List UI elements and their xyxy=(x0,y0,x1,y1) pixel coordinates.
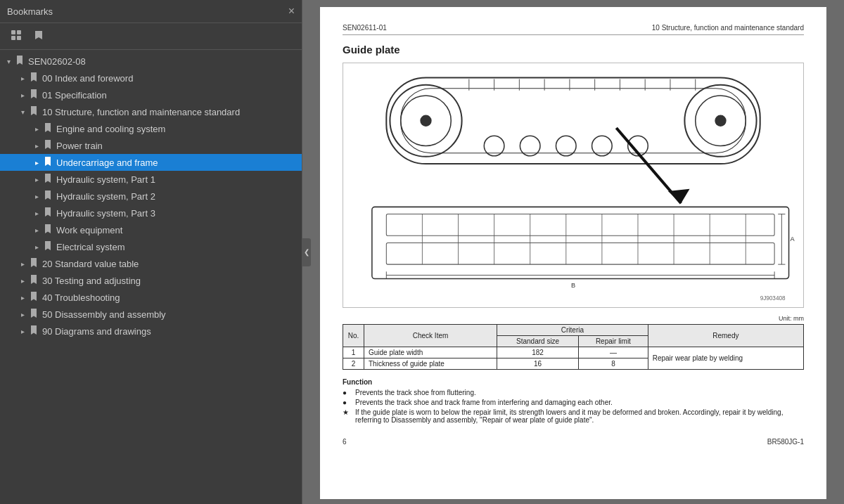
tree-item-label-power: Power train xyxy=(56,141,299,151)
expand-arrow-testing: ▸ xyxy=(17,277,28,285)
expand-arrow-root: ▾ xyxy=(3,58,14,65)
tree-item-label-index: 00 Index and foreword xyxy=(42,73,299,84)
expand-arrow-disassembly: ▸ xyxy=(17,311,28,318)
svg-marker-28 xyxy=(668,189,690,203)
svg-rect-31 xyxy=(386,243,774,264)
tree-item-electrical[interactable]: ▸Electrical system xyxy=(0,238,302,255)
grid-view-button[interactable] xyxy=(7,27,25,45)
bookmark-icon-disassembly xyxy=(28,309,39,320)
tree-item-disassembly[interactable]: ▸50 Disassembly and assembly xyxy=(0,306,302,323)
cell-item-1: Thickness of guide plate xyxy=(364,358,497,370)
tree-item-index[interactable]: ▸00 Index and foreword xyxy=(0,70,302,86)
cell-repair-0: — xyxy=(579,347,648,358)
close-icon[interactable]: × xyxy=(288,6,295,17)
section-title: Guide plate xyxy=(343,44,804,56)
tree-item-label-electrical: Electrical system xyxy=(56,242,299,252)
tree-item-root[interactable]: ▾SEN02602-08 xyxy=(0,53,302,70)
tree-item-label-work: Work equipment xyxy=(56,225,299,235)
bookmark-icon-root xyxy=(14,56,25,67)
page-footer: 6 BR580JG-1 xyxy=(343,435,804,446)
bookmark-icon-standard xyxy=(28,258,39,269)
bookmarks-toolbar xyxy=(0,23,302,50)
svg-rect-4 xyxy=(386,77,760,164)
tree-item-hydraulic1[interactable]: ▸Hydraulic system, Part 1 xyxy=(0,171,302,188)
page-header: SEN02611-01 10 Structure, function and m… xyxy=(343,24,804,35)
svg-text:A: A xyxy=(791,235,795,243)
table-header-remedy: Remedy xyxy=(648,325,803,347)
expand-arrow-index: ▸ xyxy=(17,75,28,82)
function-bullet-2: ★If the guide plate is worn to below the… xyxy=(343,408,804,424)
bookmark-icon-electrical xyxy=(42,241,53,252)
tree-item-testing[interactable]: ▸30 Testing and adjusting xyxy=(0,272,302,289)
tree-item-engine[interactable]: ▸Engine and cooling system xyxy=(0,120,302,137)
cell-standard-0: 182 xyxy=(497,347,579,358)
bullet-text-2: If the guide plate is worn to below the … xyxy=(355,408,804,424)
tree-item-hydraulic3[interactable]: ▸Hydraulic system, Part 3 xyxy=(0,205,302,221)
tree-item-power[interactable]: ▸Power train xyxy=(0,137,302,154)
document-panel: SEN02611-01 10 Structure, function and m… xyxy=(302,0,844,504)
svg-text:9J903408: 9J903408 xyxy=(760,295,786,302)
function-section: Function ●Prevents the track shoe from f… xyxy=(343,378,804,424)
tree-item-label-hydraulic1: Hydraulic system, Part 1 xyxy=(56,174,299,185)
expand-arrow-hydraulic3: ▸ xyxy=(31,209,42,217)
bookmark-icon-power xyxy=(42,140,53,151)
doc-content: SEN02611-01 10 Structure, function and m… xyxy=(302,0,844,504)
bookmarks-panel: Bookmarks × ▾SEN02602-08▸00 Index and fo… xyxy=(0,0,302,504)
function-bullets: ●Prevents the track shoe from fluttering… xyxy=(343,389,804,424)
table-header-repair: Repair limit xyxy=(579,336,648,347)
expand-arrow-work: ▸ xyxy=(31,226,42,234)
tree-item-label-root: SEN02602-08 xyxy=(28,56,299,67)
svg-rect-30 xyxy=(386,214,774,236)
tree-item-hydraulic2[interactable]: ▸Hydraulic system, Part 2 xyxy=(0,188,302,205)
bookmark-icon-hydraulic1 xyxy=(42,174,53,185)
bullet-text-0: Prevents the track shoe from fluttering. xyxy=(355,389,476,396)
tree-item-label-spec: 01 Specification xyxy=(42,90,299,101)
collapse-panel-handle[interactable]: ❮ xyxy=(302,238,311,266)
track-diagram: B A 9J903408 xyxy=(343,63,804,308)
expand-arrow-hydraulic2: ▸ xyxy=(31,193,42,200)
bookmark-icon-diagrams xyxy=(28,325,39,337)
page-header-right: 10 Structure, function and maintenance s… xyxy=(652,24,804,32)
tree-item-struct[interactable]: ▾10 Structure, function and maintenance … xyxy=(0,103,302,120)
tree-item-undercarriage[interactable]: ▸Undercarriage and frame xyxy=(0,154,302,171)
bullet-marker-0: ● xyxy=(343,389,351,396)
tree-item-spec[interactable]: ▸01 Specification xyxy=(0,86,302,103)
spec-table-body: 1Guide plate width182—Repair wear plate … xyxy=(343,347,804,370)
bookmark-icon-index xyxy=(28,72,39,84)
svg-text:B: B xyxy=(571,282,575,289)
cell-no-1: 2 xyxy=(343,358,364,370)
bookmark-icon-hydraulic3 xyxy=(42,207,53,219)
tree-item-trouble[interactable]: ▸40 Troubleshooting xyxy=(0,289,302,306)
bookmark-icon-hydraulic2 xyxy=(42,190,53,202)
tree-item-standard[interactable]: ▸20 Standard value table xyxy=(0,255,302,272)
bookmark-options-button[interactable] xyxy=(30,27,48,45)
svg-point-11 xyxy=(715,115,726,127)
expand-arrow-standard: ▸ xyxy=(17,260,28,268)
tree-item-label-diagrams: 90 Diagrams and drawings xyxy=(42,326,299,337)
bookmark-icon-undercarriage xyxy=(42,157,53,168)
tree-item-label-undercarriage: Undercarriage and frame xyxy=(56,157,299,168)
bookmark-icon-trouble xyxy=(28,292,39,303)
bookmark-icon-work xyxy=(42,224,53,235)
table-header-standard: Standard size xyxy=(497,336,579,347)
bullet-text-1: Prevents the track shoe and track frame … xyxy=(355,399,613,406)
unit-label: Unit: mm xyxy=(343,315,804,322)
tree-item-label-trouble: 40 Troubleshooting xyxy=(42,292,299,303)
tree-item-label-testing: 30 Testing and adjusting xyxy=(42,276,299,286)
expand-arrow-undercarriage: ▸ xyxy=(31,159,42,167)
tree-item-label-hydraulic3: Hydraulic system, Part 3 xyxy=(56,208,299,219)
svg-rect-3 xyxy=(17,36,21,40)
tree-item-work[interactable]: ▸Work equipment xyxy=(0,221,302,238)
expand-arrow-electrical: ▸ xyxy=(31,243,42,251)
bookmarks-title: Bookmarks xyxy=(7,6,53,17)
cell-no-0: 1 xyxy=(343,347,364,358)
bullet-marker-1: ● xyxy=(343,399,351,406)
tree-item-label-disassembly: 50 Disassembly and assembly xyxy=(42,309,299,320)
function-bullet-1: ●Prevents the track shoe and track frame… xyxy=(343,399,804,406)
doc-page: SEN02611-01 10 Structure, function and m… xyxy=(320,7,826,499)
svg-rect-5 xyxy=(401,89,746,153)
page-header-left: SEN02611-01 xyxy=(343,24,387,32)
page-number: 6 xyxy=(343,438,347,446)
table-header-criteria: Criteria xyxy=(497,325,648,336)
tree-item-diagrams[interactable]: ▸90 Diagrams and drawings xyxy=(0,323,302,340)
